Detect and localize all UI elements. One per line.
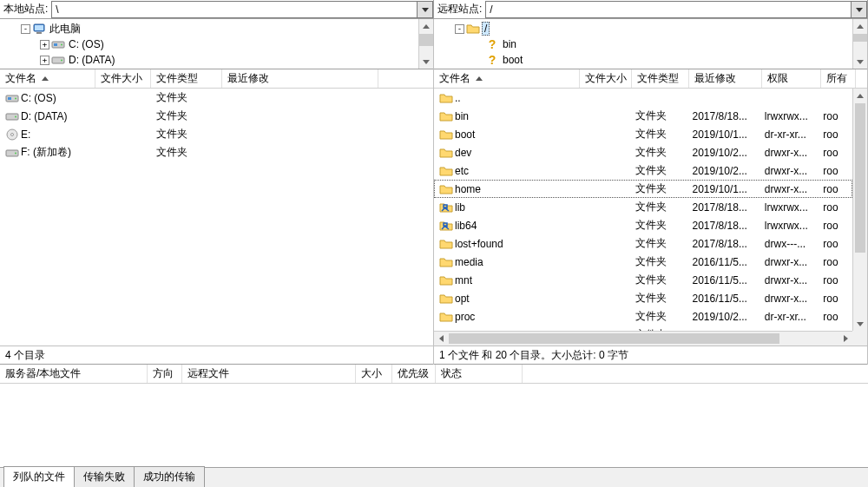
remote-list[interactable]: .. bin文件夹2017/8/18...lrwxrwx...roo boot文… [434, 89, 867, 346]
scroll-up-icon[interactable] [853, 19, 867, 34]
scroll-up-icon[interactable] [853, 89, 867, 103]
remote-list-vscroll[interactable] [852, 89, 867, 331]
local-tree[interactable]: -此电脑+C: (OS)+D: (DATA) [0, 19, 433, 69]
tree-expander[interactable]: - [21, 24, 30, 34]
queue-header[interactable]: 服务器/本地文件方向远程文件大小优先级状态 [0, 365, 868, 384]
tree-node[interactable]: -此电脑 [21, 21, 433, 36]
list-row[interactable]: E:文件夹 [0, 125, 418, 143]
column-stat[interactable]: 状态 [436, 365, 523, 383]
column-mtime[interactable]: 最近修改 [689, 69, 762, 88]
column-dir[interactable]: 方向 [148, 365, 182, 383]
remote-tree-scrollbar[interactable] [852, 19, 867, 69]
column-name[interactable]: 文件名 [0, 69, 95, 88]
scroll-thumb[interactable] [419, 34, 433, 46]
cell-owner: roo [818, 311, 852, 323]
local-site-dropdown[interactable] [418, 1, 433, 18]
list-row[interactable]: media文件夹2016/11/5...drwxr-x...roo [434, 253, 852, 271]
cell-mtime: 2017/8/18... [687, 238, 760, 250]
list-row[interactable]: etc文件夹2019/10/2...drwxr-x...roo [434, 161, 852, 180]
column-remote[interactable]: 远程文件 [182, 365, 356, 383]
list-row[interactable]: .. [434, 89, 852, 107]
list-row[interactable]: C: (OS)文件夹 [0, 89, 418, 107]
scroll-up-icon[interactable] [419, 19, 433, 34]
scroll-down-icon[interactable] [853, 54, 867, 69]
drive-c-icon [51, 37, 65, 51]
list-row[interactable]: lost+found文件夹2017/8/18...drwx---...roo [434, 234, 852, 253]
remote-tree[interactable]: -/?bin?boot [434, 19, 867, 69]
column-type[interactable]: 文件类型 [151, 69, 222, 88]
folder-icon [439, 146, 453, 160]
cell-perm: lrwxrwx... [760, 201, 818, 214]
remote-site-dropdown[interactable] [852, 1, 867, 18]
cell-owner: roo [818, 165, 852, 177]
remote-list-header[interactable]: 文件名文件大小文件类型最近修改权限所有 [434, 69, 867, 89]
remote-status: 1 个文件 和 20 个目录。大小总计: 0 字节 [434, 346, 867, 365]
cell-mtime: 2016/11/5... [687, 274, 760, 286]
cell-name: .. [434, 91, 579, 105]
scroll-down-icon[interactable] [419, 54, 433, 69]
scroll-thumb[interactable] [855, 103, 865, 253]
tree-node[interactable]: +C: (OS) [21, 36, 433, 52]
tree-expander[interactable]: + [40, 56, 49, 65]
scroll-down-icon[interactable] [853, 316, 867, 331]
svg-point-7 [61, 60, 62, 62]
list-row[interactable]: boot文件夹2019/10/1...dr-xr-xr...roo [434, 125, 852, 143]
list-row[interactable]: home文件夹2019/10/1...drwxr-x...roo [434, 180, 852, 198]
tree-node[interactable]: ?boot [455, 52, 867, 68]
cell-name: C: (OS) [0, 91, 95, 105]
list-row[interactable]: F: (新加卷)文件夹 [0, 143, 418, 161]
cell-perm: dr-xr-xr... [760, 128, 818, 141]
column-perm[interactable]: 权限 [762, 69, 821, 88]
tree-node[interactable]: -/ [455, 21, 867, 36]
column-size[interactable]: 文件大小 [580, 69, 632, 88]
queue-body[interactable] [0, 384, 868, 468]
list-row[interactable]: lib文件夹2017/8/18...lrwxrwx...roo [434, 198, 852, 216]
tree-node[interactable]: +D: (DATA) [21, 52, 433, 68]
scroll-thumb[interactable] [449, 333, 779, 344]
local-list[interactable]: C: (OS)文件夹 D: (DATA)文件夹 E:文件夹 F: (新加卷)文件… [0, 89, 433, 346]
scroll-thumb[interactable] [853, 34, 867, 42]
list-row[interactable]: dev文件夹2019/10/2...drwxr-x...roo [434, 143, 852, 161]
folder-icon [439, 91, 453, 105]
local-site-input[interactable] [51, 1, 418, 18]
cell-owner: roo [818, 128, 852, 141]
computer-icon [32, 22, 46, 36]
tab[interactable]: 列队的文件 [3, 466, 75, 487]
list-row[interactable]: proc文件夹2019/10/2...dr-xr-xr...roo [434, 307, 852, 326]
tab[interactable]: 成功的传输 [134, 466, 205, 487]
tab[interactable]: 传输失败 [74, 466, 135, 487]
column-name[interactable]: 文件名 [434, 69, 580, 88]
svg-point-12 [15, 115, 16, 117]
column-srv[interactable]: 服务器/本地文件 [0, 365, 148, 383]
scroll-right-icon[interactable] [838, 332, 852, 346]
list-row[interactable]: mnt文件夹2016/11/5...drwxr-x...roo [434, 271, 852, 289]
column-mtime[interactable]: 最近修改 [222, 69, 378, 88]
cell-owner: roo [818, 274, 852, 286]
local-status: 4 个目录 [0, 346, 433, 365]
tree-expander[interactable]: - [455, 24, 464, 34]
cell-type: 文件夹 [630, 145, 687, 160]
list-row[interactable]: lib64文件夹2017/8/18...lrwxrwx...roo [434, 216, 852, 234]
list-row[interactable]: bin文件夹2017/8/18...lrwxrwx...roo [434, 107, 852, 125]
local-tree-scrollbar[interactable] [418, 19, 433, 69]
tree-node[interactable]: ?bin [455, 36, 867, 52]
cell-type: 文件夹 [630, 291, 687, 306]
column-size[interactable]: 大小 [356, 365, 392, 383]
cell-type: 文件夹 [630, 127, 687, 141]
folder-icon [439, 182, 453, 196]
remote-site-input[interactable] [485, 1, 852, 18]
cell-name: mnt [434, 273, 579, 287]
svg-rect-9 [8, 97, 11, 100]
column-size[interactable]: 文件大小 [95, 69, 151, 88]
column-prio[interactable]: 优先级 [392, 365, 436, 383]
list-row[interactable]: opt文件夹2016/11/5...drwxr-x...roo [434, 289, 852, 307]
local-list-header[interactable]: 文件名文件大小文件类型最近修改 [0, 69, 433, 89]
cell-type: 文件夹 [630, 163, 687, 178]
remote-list-hscroll[interactable] [434, 331, 852, 346]
list-row[interactable]: D: (DATA)文件夹 [0, 107, 418, 125]
svg-point-16 [15, 152, 16, 154]
column-type[interactable]: 文件类型 [632, 69, 689, 88]
scroll-left-icon[interactable] [434, 332, 449, 346]
column-owner[interactable]: 所有 [821, 69, 856, 88]
tree-expander[interactable]: + [40, 40, 49, 49]
